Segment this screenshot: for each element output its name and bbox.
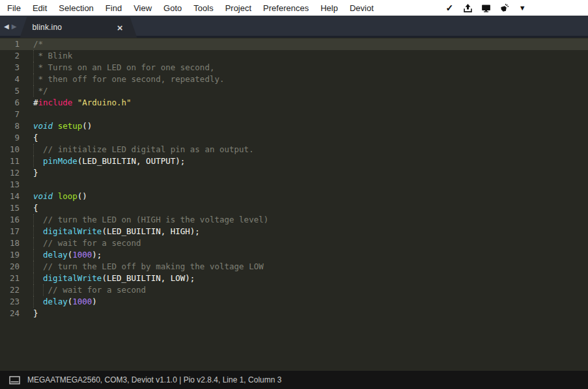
menu-deviot[interactable]: Deviot <box>344 0 380 16</box>
code-line[interactable]: 17 digitalWrite(LED_BUILTIN, HIGH); <box>0 226 588 237</box>
verify-check-icon[interactable]: ✓ <box>445 3 455 13</box>
line-number: 12 <box>0 167 20 179</box>
code-line[interactable]: 16 // turn the LED on (HIGH is the volta… <box>0 214 588 226</box>
code-line[interactable]: 1/* <box>0 38 588 50</box>
menu-help[interactable]: Help <box>315 0 344 16</box>
menu-project[interactable]: Project <box>219 0 257 16</box>
code-text: digitalWrite(LED_BUILTIN, HIGH); <box>33 226 200 237</box>
code-line[interactable]: 9{ <box>0 132 588 144</box>
indent-guide <box>43 284 44 296</box>
menu-goto[interactable]: Goto <box>158 0 188 16</box>
menu-edit[interactable]: Edit <box>27 0 53 16</box>
line-number: 16 <box>0 214 20 226</box>
line-number: 1 <box>0 38 20 50</box>
code-text: } <box>33 167 38 179</box>
upload-icon[interactable] <box>463 3 473 13</box>
code-text: // wait for a second <box>33 237 141 249</box>
line-number: 15 <box>0 202 20 214</box>
code-line[interactable]: 22 // wait for a second <box>0 284 588 296</box>
app-window: FileEditSelectionFindViewGotoToolsProjec… <box>0 0 588 389</box>
menu-selection[interactable]: Selection <box>53 0 99 16</box>
menu-find[interactable]: Find <box>100 0 128 16</box>
code-line[interactable]: 8void setup() <box>0 120 588 132</box>
menu-preferences[interactable]: Preferences <box>257 0 315 16</box>
code-text: /* <box>33 38 43 50</box>
line-number: 6 <box>0 97 20 109</box>
menu-bar: FileEditSelectionFindViewGotoToolsProjec… <box>0 0 588 16</box>
code-line[interactable]: 19 delay(1000); <box>0 249 588 261</box>
line-number: 21 <box>0 273 20 284</box>
code-line[interactable]: 14void loop() <box>0 191 588 202</box>
menu-tools[interactable]: Tools <box>188 0 219 16</box>
status-text: MEGAATMEGA2560, COM3, Deviot v1.1.0 | Pi… <box>27 375 281 384</box>
code-text: digitalWrite(LED_BUILTIN, LOW); <box>33 273 195 284</box>
code-text: { <box>33 202 38 214</box>
code-text: * then off for one second, repeatedly. <box>33 74 225 85</box>
code-line[interactable]: 2 * Blink <box>0 50 588 62</box>
code-line[interactable]: 24} <box>0 308 588 319</box>
nav-back-icon[interactable]: ◀ <box>4 23 9 30</box>
code-line[interactable]: 23 delay(1000) <box>0 296 588 308</box>
code-text: * Blink <box>33 50 72 62</box>
dropdown-arrow-icon[interactable]: ▼ <box>518 3 527 13</box>
line-number: 19 <box>0 249 20 261</box>
code-line[interactable]: 11 pinMode(LED_BUILTIN, OUTPUT); <box>0 155 588 167</box>
code-text: void loop() <box>33 191 87 202</box>
indent-guide <box>33 74 34 85</box>
code-text: } <box>33 308 38 319</box>
menu-file[interactable]: File <box>1 0 27 16</box>
panel-icon[interactable] <box>9 376 20 384</box>
code-line[interactable]: 3 * Turns on an LED on for one second, <box>0 62 588 74</box>
menu-bar-items: FileEditSelectionFindViewGotoToolsProjec… <box>1 0 380 16</box>
code-line[interactable]: 13 <box>0 179 588 191</box>
code-text: // initialize LED digital pin as an outp… <box>33 144 254 155</box>
line-number: 11 <box>0 155 20 167</box>
indent-guide <box>33 50 34 62</box>
tab-bar: ◀ ▶ blink.ino × <box>0 16 588 38</box>
tab-nav-arrows: ◀ ▶ <box>0 16 20 38</box>
code-line[interactable]: 20 // turn the LED off by making the vol… <box>0 261 588 273</box>
code-text: void setup() <box>33 120 92 132</box>
line-number: 8 <box>0 120 20 132</box>
indent-guide <box>33 144 34 155</box>
code-text: // wait for a second <box>33 284 146 296</box>
indent-guide <box>33 214 34 226</box>
code-editor[interactable]: 1/*2 * Blink3 * Turns on an LED on for o… <box>0 38 588 371</box>
tab-close-icon[interactable]: × <box>117 23 123 33</box>
toolbar-icons: ✓ <box>445 3 527 13</box>
line-number: 18 <box>0 237 20 249</box>
code-text: { <box>33 132 38 144</box>
indent-guide <box>33 85 34 97</box>
code-line[interactable]: 15{ <box>0 202 588 214</box>
tab-blink-ino[interactable]: blink.ino × <box>20 17 137 38</box>
line-number: 4 <box>0 74 20 85</box>
code-text: #include "Arduino.h" <box>33 97 132 109</box>
line-number: 9 <box>0 132 20 144</box>
line-number: 2 <box>0 50 20 62</box>
clean-icon[interactable] <box>499 3 509 13</box>
indent-guide <box>33 284 34 296</box>
menu-view[interactable]: View <box>128 0 158 16</box>
code-line[interactable]: 4 * then off for one second, repeatedly. <box>0 74 588 85</box>
serial-monitor-icon[interactable] <box>481 3 491 13</box>
indent-guide <box>33 249 34 261</box>
indent-guide <box>33 261 34 273</box>
code-text: */ <box>33 85 48 97</box>
nav-forward-icon[interactable]: ▶ <box>12 23 17 30</box>
code-line[interactable]: 7 <box>0 109 588 120</box>
indent-guide <box>33 62 34 74</box>
code-line[interactable]: 6#include "Arduino.h" <box>0 97 588 109</box>
code-line[interactable]: 12} <box>0 167 588 179</box>
line-number: 23 <box>0 296 20 308</box>
code-line[interactable]: 18 // wait for a second <box>0 237 588 249</box>
line-number: 10 <box>0 144 20 155</box>
indent-guide <box>33 237 34 249</box>
indent-guide <box>33 273 34 284</box>
line-number: 13 <box>0 179 20 191</box>
code-lines: 1/*2 * Blink3 * Turns on an LED on for o… <box>0 38 588 319</box>
code-line[interactable]: 10 // initialize LED digital pin as an o… <box>0 144 588 155</box>
code-line[interactable]: 5 */ <box>0 85 588 97</box>
code-line[interactable]: 21 digitalWrite(LED_BUILTIN, LOW); <box>0 273 588 284</box>
line-number: 20 <box>0 261 20 273</box>
code-text: // turn the LED on (HIGH is the voltage … <box>33 214 268 226</box>
